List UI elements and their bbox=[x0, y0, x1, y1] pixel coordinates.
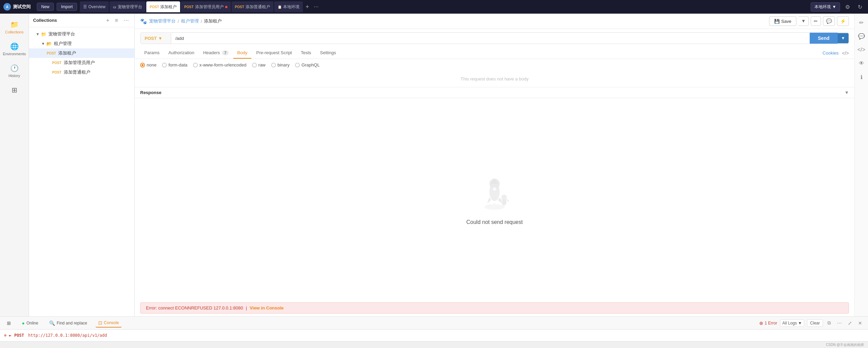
expand-console-button[interactable]: ⤢ bbox=[846, 319, 854, 327]
right-comment-icon[interactable]: 💬 bbox=[856, 31, 867, 42]
edit-icon-btn[interactable]: ✏ bbox=[811, 16, 821, 26]
request-add-normal-label: 添加普通租户 bbox=[64, 69, 132, 75]
clear-button[interactable]: Clear bbox=[807, 319, 823, 327]
send-button[interactable]: Send bbox=[810, 33, 838, 44]
body-options: none form-data x-www-form-urlencoded raw… bbox=[135, 59, 854, 71]
collections-panel: Collections + ≡ ⋯ ▼ 📁 宠物管理平台 ▼ 📂 租户管理 PO… bbox=[29, 14, 135, 316]
tab-headers[interactable]: Headers 7 bbox=[199, 47, 233, 59]
tab-add-normal-method: POST bbox=[235, 5, 244, 9]
new-button[interactable]: New bbox=[37, 3, 54, 11]
request-add-admin[interactable]: POST 添加管理员用户 bbox=[29, 58, 134, 67]
tab-add-admin-label: 添加管理员用户 bbox=[195, 4, 224, 10]
request-add-tenant-label: 添加租户 bbox=[58, 50, 132, 56]
add-collection-button[interactable]: + bbox=[105, 17, 111, 24]
right-info-icon[interactable]: ℹ bbox=[856, 72, 867, 82]
online-status[interactable]: ● Online bbox=[19, 319, 41, 327]
breadcrumb-icon: 🐾 bbox=[140, 18, 147, 25]
right-edit-icon[interactable]: ✏ bbox=[856, 17, 867, 28]
find-replace-button[interactable]: 🔍 Find and replace bbox=[46, 319, 90, 327]
folder-tenant-mgmt[interactable]: ▼ 📂 租户管理 bbox=[29, 39, 134, 48]
body-binary-option[interactable]: binary bbox=[271, 62, 290, 67]
tab-add-normal[interactable]: POST 添加普通租户 bbox=[232, 1, 274, 12]
sidebar-item-history[interactable]: 🕐 History bbox=[2, 61, 27, 81]
comment-icon-btn[interactable]: 💬 bbox=[823, 16, 835, 26]
top-icons: ⚙ ↻ bbox=[843, 2, 865, 12]
body-none-option[interactable]: none bbox=[140, 62, 157, 67]
tab-authorization[interactable]: Authorization bbox=[164, 47, 198, 59]
close-console-button[interactable]: ✕ bbox=[856, 319, 864, 327]
layout-icon: ⊞ bbox=[7, 320, 11, 326]
body-formdata-option[interactable]: form-data bbox=[162, 62, 188, 67]
tab-local-env[interactable]: 📋 本地环境 bbox=[274, 1, 303, 12]
tab-add-admin[interactable]: POST 添加管理员用户 bbox=[181, 1, 231, 12]
chevron-petmgmt: ▼ bbox=[36, 32, 40, 36]
breadcrumb-folder[interactable]: 租户管理 bbox=[181, 18, 199, 24]
url-input[interactable] bbox=[171, 33, 810, 44]
more-collections-button[interactable]: ⋯ bbox=[122, 16, 130, 24]
env-selector: 本地环境 ▼ bbox=[811, 2, 840, 12]
code-view-icon[interactable]: </> bbox=[842, 50, 849, 56]
tab-body[interactable]: Body bbox=[233, 47, 252, 59]
online-label: Online bbox=[26, 321, 38, 326]
body-none-label: none bbox=[147, 62, 157, 67]
collections-tree: ▼ 📁 宠物管理平台 ▼ 📂 租户管理 POST 添加租户 POST 添加管理员… bbox=[29, 27, 134, 316]
console-button[interactable]: ⊡ Console bbox=[95, 319, 122, 328]
response-expand-button[interactable]: ▼ bbox=[844, 90, 849, 95]
tab-petmgmt[interactable]: 🗂 宠物管理平台 bbox=[109, 1, 146, 12]
more-log-button[interactable]: ⋯ bbox=[835, 319, 843, 327]
cookies-link[interactable]: Cookies bbox=[823, 50, 839, 56]
radio-graphql bbox=[295, 63, 300, 67]
tab-add-tenant[interactable]: POST 添加租户 bbox=[146, 1, 180, 12]
sidebar-collections-label: Collections bbox=[5, 30, 24, 34]
right-code-icon[interactable]: </> bbox=[856, 44, 867, 55]
layout-toggle[interactable]: ⊞ bbox=[4, 319, 14, 327]
response-body: Could not send request bbox=[135, 98, 854, 300]
environments-icon: 🌐 bbox=[10, 42, 19, 50]
sidebar-item-extra[interactable]: ⊞ bbox=[2, 82, 27, 97]
response-message: Could not send request bbox=[466, 219, 523, 225]
tab-params[interactable]: Params bbox=[140, 47, 164, 59]
tab-settings[interactable]: Settings bbox=[316, 47, 340, 59]
radio-urlencoded bbox=[193, 63, 198, 67]
method-selector[interactable]: POST ▼ bbox=[141, 33, 171, 44]
settings-icon[interactable]: ⚙ bbox=[843, 2, 852, 12]
breadcrumb-collection[interactable]: 宠物管理平台 bbox=[149, 18, 176, 24]
user-avatar: A bbox=[3, 3, 11, 11]
body-raw-option[interactable]: raw bbox=[252, 62, 266, 67]
copy-log-button[interactable]: ⧉ bbox=[826, 319, 833, 327]
rightpanel-toggle-btn[interactable]: ⚡ bbox=[837, 16, 849, 26]
save-button[interactable]: 💾 Save bbox=[769, 16, 796, 26]
right-eye-icon[interactable]: 👁 bbox=[856, 58, 867, 69]
more-tabs-button[interactable]: ⋯ bbox=[312, 4, 321, 10]
log-filter-selector[interactable]: All Logs ▼ bbox=[780, 319, 805, 327]
response-section: Response ▼ bbox=[135, 87, 854, 316]
sync-icon[interactable]: ↻ bbox=[855, 2, 865, 12]
app-title: A 测试空间 bbox=[3, 3, 31, 11]
body-graphql-option[interactable]: GraphQL bbox=[295, 62, 320, 67]
console-label: Console bbox=[104, 320, 119, 325]
import-button[interactable]: Import bbox=[57, 3, 77, 11]
sort-collections-button[interactable]: ≡ bbox=[114, 17, 119, 24]
right-panel-icons: ✏ 💬 </> 👁 ℹ bbox=[854, 14, 868, 316]
breadcrumb-bar: 🐾 宠物管理平台 / 租户管理 / 添加租户 💾 Save ▼ ✏ 💬 ⚡ bbox=[135, 14, 854, 29]
request-tabs: Params Authorization Headers 7 Body Pre-… bbox=[135, 47, 854, 59]
tab-petmgmt-label: 宠物管理平台 bbox=[118, 4, 142, 10]
tab-overview[interactable]: ☰ Overview bbox=[80, 1, 109, 12]
send-dropdown-button[interactable]: ▼ bbox=[838, 33, 849, 43]
sidebar-item-environments[interactable]: 🌐 Environments bbox=[2, 39, 27, 59]
response-header: Response ▼ bbox=[135, 87, 854, 98]
console-log: ⊗ ► POST http://127.0.0.1:8080/api/v1/ad… bbox=[0, 329, 868, 341]
view-console-link[interactable]: View in Console bbox=[250, 305, 283, 311]
tab-tests[interactable]: Tests bbox=[297, 47, 315, 59]
no-body-message: This request does not have a body bbox=[135, 71, 854, 87]
collection-petmgmt[interactable]: ▼ 📁 宠物管理平台 bbox=[29, 29, 134, 39]
save-dropdown-button[interactable]: ▼ bbox=[798, 16, 809, 26]
request-add-tenant[interactable]: POST 添加租户 bbox=[29, 48, 134, 58]
request-add-normal[interactable]: POST 添加普通租户 bbox=[29, 67, 134, 77]
body-urlencoded-option[interactable]: x-www-form-urlencoded bbox=[193, 62, 247, 67]
env-selector-button[interactable]: 本地环境 ▼ bbox=[811, 2, 840, 12]
sidebar-item-collections[interactable]: 📁 Collections bbox=[2, 17, 27, 37]
new-tab-button[interactable]: + bbox=[304, 3, 311, 11]
env-chevron: ▼ bbox=[832, 4, 836, 9]
tab-prerequest[interactable]: Pre-request Script bbox=[252, 47, 296, 59]
